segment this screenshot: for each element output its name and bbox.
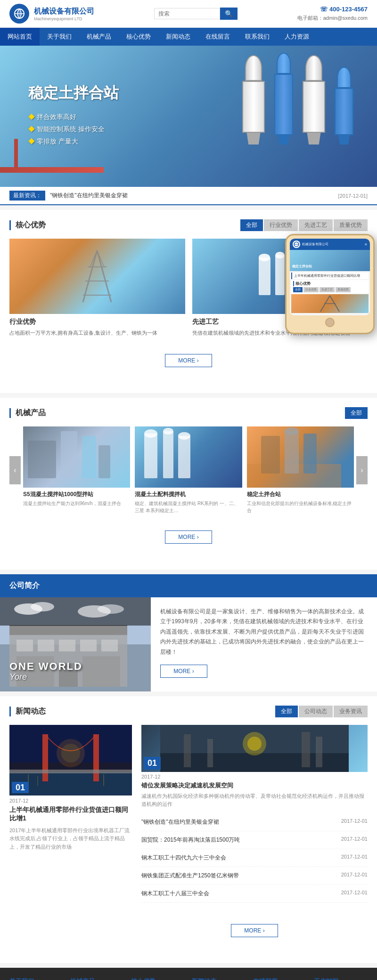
svg-rect-11 xyxy=(275,255,285,295)
news-item-title-4[interactable]: 钢木工职工十八届三中全会 xyxy=(141,890,336,898)
products-slider: ‹ S5混凝土搅拌站1000型拌站 混凝土搅拌站生产能力达到96m/h，混凝土拌… xyxy=(9,426,368,514)
ticker-date: [2017-12-01] xyxy=(338,193,368,199)
svg-rect-26 xyxy=(163,431,173,478)
main-nav: 网站首页 关于我们 机械产品 核心优势 新闻动态 在线留言 联系我们 人力资源 xyxy=(0,28,377,46)
mobile-screen: 机械设备有限公司 ≡ 稳定土拌合站 上半年机械通用零部件行业货值进口额同比增 核… xyxy=(290,239,370,315)
footer-col-worktime: 工作时间 售后热线 400-123-4567 工作时间： 周一到周五 00:17… xyxy=(314,977,368,980)
nav-item-contact[interactable]: 联系我们 xyxy=(238,28,277,46)
product-card-2[interactable]: 混凝土土配料搅拌机 稳定、建筑机械混凝土搅拌站 RK系列的 一、二、三星 本系列… xyxy=(135,426,242,514)
svg-rect-9 xyxy=(259,257,270,295)
machinery-section: 机械产品 全部 ‹ S5混凝土搅拌站1000型拌站 混凝土搅拌站生产能力达到96… xyxy=(0,398,377,570)
mobile-banner: 稳定土拌合站 xyxy=(290,250,370,271)
tab-quality[interactable]: 质量优势 xyxy=(334,219,368,231)
slider-next-arrow[interactable]: › xyxy=(356,456,368,484)
news-main-article: 01 2017-12 上半年机械通用零部件行业货值进口额同比增1 2017年上半… xyxy=(9,725,132,954)
hero-banner: 稳定土拌合站 拌合效率高好 智能控制系统 操作安全 零排放 产量大 xyxy=(0,46,377,187)
search-input[interactable] xyxy=(154,8,220,19)
mobile-header: 机械设备有限公司 ≡ xyxy=(290,239,370,250)
logo-company-name: 机械设备有限公司 xyxy=(34,7,94,16)
footer-col-advantages-title: 核心优势 xyxy=(131,977,185,980)
svg-rect-44 xyxy=(80,640,97,651)
tab-all[interactable]: 全部 xyxy=(240,219,263,231)
svg-rect-31 xyxy=(261,436,280,474)
banner-content: 稳定土拌合站 拌合效率高好 智能控制系统 操作安全 零排放 产量大 xyxy=(0,64,147,169)
footer-col-products-title: 机械产品 xyxy=(70,977,124,980)
slider-prev-arrow[interactable]: ‹ xyxy=(9,456,21,484)
news-tab-all[interactable]: 全部 xyxy=(275,706,298,717)
nav-item-advantages[interactable]: 核心优势 xyxy=(119,28,158,46)
news-item-4: 钢木工职工十八届三中全会 2017-12-01 xyxy=(141,885,368,903)
mobile-content: 上半年机械通用零部件行业货值进口额同比增 核心优势 全部 行业优势 先进工艺 质… xyxy=(290,271,370,315)
company-more-btn[interactable]: MORE › xyxy=(160,665,207,678)
industrial-image xyxy=(141,725,368,772)
nav-item-message[interactable]: 在线留言 xyxy=(198,28,238,46)
news-item-title-0[interactable]: "钢铁创造"在纽约里美银金穿裙 xyxy=(141,818,336,826)
svg-rect-34 xyxy=(303,434,317,474)
svg-rect-70 xyxy=(207,739,213,767)
svg-rect-38 xyxy=(9,626,127,635)
svg-rect-58 xyxy=(93,734,99,781)
product-desc-3: 工业和信息化部提出的行业机械设备标准,稳定土拌合 xyxy=(247,500,354,514)
machinery-tab-all[interactable]: 全部 xyxy=(345,407,368,419)
product-desc-1: 混凝土搅拌站生产能力达到96m/h，混凝土拌合 xyxy=(23,500,130,507)
search-button[interactable]: 🔍 xyxy=(220,8,238,20)
advantage-desc-1: 占地面积一万平方米,拥有身高工设备,集设计、生产、钢铁为一体 xyxy=(9,329,185,337)
tab-industry[interactable]: 行业优势 xyxy=(264,219,298,231)
tab-process[interactable]: 先进工艺 xyxy=(299,219,333,231)
advantages-more-btn[interactable]: MORE › xyxy=(165,354,212,367)
company-header-bar: 公司简介 xyxy=(0,574,377,597)
svg-rect-20 xyxy=(28,441,56,478)
advantages-title: 核心优势 xyxy=(9,220,46,230)
nav-item-home[interactable]: 网站首页 xyxy=(0,28,40,46)
nav-item-about[interactable]: 关于我们 xyxy=(40,28,79,46)
product-name-1: S5混凝土搅拌站1000型拌站 xyxy=(23,490,130,498)
advantages-more-row: MORE › xyxy=(9,345,368,377)
news-item-date-2: 2017-12-01 xyxy=(341,854,368,860)
nav-item-hr[interactable]: 人力资源 xyxy=(277,28,317,46)
news-item-date-4: 2017-12-01 xyxy=(341,890,368,895)
svg-rect-43 xyxy=(59,640,75,651)
news-secondary-article: 01 2017-12 错位发展策略决定减速机发展空间 减速机作为机国际化经济和多… xyxy=(141,725,368,809)
silo-3 xyxy=(303,55,325,145)
svg-rect-21 xyxy=(61,431,77,478)
logo-icon xyxy=(9,4,29,24)
nav-item-news[interactable]: 新闻动态 xyxy=(158,28,198,46)
svg-line-2 xyxy=(83,250,97,302)
svg-point-27 xyxy=(163,428,173,434)
advantages-tabs: 全部 行业优势 先进工艺 质量优势 xyxy=(240,219,368,231)
logo-area: 机械设备有限公司 Machineryequipment LTD xyxy=(9,4,94,24)
svg-point-12 xyxy=(275,252,285,258)
news-tab-business[interactable]: 业务资讯 xyxy=(334,706,368,717)
silo-2 xyxy=(274,53,293,145)
news-item-2: 钢木工职工十四代九六十三中全会 2017-12-01 xyxy=(141,849,368,867)
banner-title: 稳定土拌合站 xyxy=(28,83,119,104)
news-more-btn[interactable]: MORE › xyxy=(231,924,278,937)
news-section: 新闻动态 全部 公司动态 业务资讯 xyxy=(0,696,377,963)
news-item-title-1[interactable]: 国贸院：2015年前再淘汰落后1500万吨 xyxy=(141,836,336,844)
footer-col-products: 机械产品 混凝土搅拌系列 稳定土搅拌系列 配套产品系列 其他产品 xyxy=(70,977,124,980)
news-item-title-2[interactable]: 钢木工职工十四代九六十三中全会 xyxy=(141,854,336,862)
svg-rect-32 xyxy=(285,431,299,474)
svg-rect-59 xyxy=(9,770,132,773)
product-name-3: 稳定土拌合站 xyxy=(247,490,354,498)
company-body: ONE WORLD Yore 机械设备有限公司是是一家集设计、生产、维修和销售为… xyxy=(0,597,377,691)
header: 机械设备有限公司 Machineryequipment LTD 🔍 ☏ 400-… xyxy=(0,0,377,28)
nav-item-products[interactable]: 机械产品 xyxy=(79,28,119,46)
mobile-title: 机械设备有限公司 xyxy=(302,242,328,247)
footer-col-about-title: 关于我们 xyxy=(9,977,63,980)
product-card-1[interactable]: S5混凝土搅拌站1000型拌站 混凝土搅拌站生产能力达到96m/h，混凝土拌合 xyxy=(23,426,130,514)
news-item-0: "钢铁创造"在纽约里美银金穿裙 2017-12-01 xyxy=(141,813,368,831)
core-advantages-section: 核心优势 全部 行业优势 先进工艺 质量优势 xyxy=(0,210,377,393)
news-main-date: 2017-12 xyxy=(9,798,132,803)
news-secondary-title[interactable]: 错位发展策略决定减速机发展空间 xyxy=(141,781,368,790)
svg-rect-23 xyxy=(98,445,110,478)
email-info: 电子邮箱：admin@sxedu.com xyxy=(297,15,368,22)
product-machinery-2 xyxy=(135,426,229,488)
footer-col-news-title: 新闻动态 xyxy=(192,977,246,980)
news-item-title-3[interactable]: 钢铁集团正式配准生产1250签亿米钢带 xyxy=(141,872,336,880)
machinery-more-btn[interactable]: MORE › xyxy=(165,530,212,544)
product-card-3[interactable]: 稳定土拌合站 工业和信息化部提出的行业机械设备标准,稳定土拌合 xyxy=(247,426,354,514)
news-tab-company[interactable]: 公司动态 xyxy=(299,706,333,717)
banner-features: 拌合效率高好 智能控制系统 操作安全 零排放 产量大 xyxy=(28,113,119,146)
news-main-title[interactable]: 上半年机械通用零部件行业货值进口额同比增1 xyxy=(9,806,132,823)
